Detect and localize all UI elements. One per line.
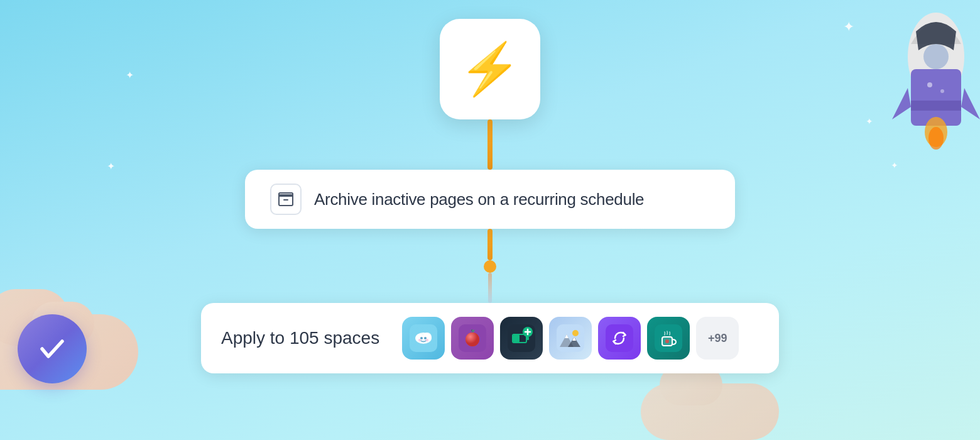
space-icon-mountain [549, 317, 592, 360]
archive-icon [277, 190, 295, 208]
coffee-app-svg [655, 324, 682, 352]
rocket-icon [848, 0, 980, 258]
space-icon-battery [500, 317, 543, 360]
sparkle-5: ✦ [891, 160, 898, 170]
svg-point-36 [665, 339, 669, 343]
svg-point-6 [927, 82, 932, 87]
archive-card-text: Archive inactive pages on a recurring sc… [314, 190, 644, 209]
lightning-card: ⚡ [440, 19, 540, 119]
space-icon-cloud [402, 317, 445, 360]
svg-point-14 [420, 337, 423, 339]
svg-rect-3 [911, 101, 961, 111]
svg-point-27 [572, 330, 579, 336]
connector-line-lower [488, 273, 492, 303]
svg-rect-26 [557, 324, 584, 352]
svg-rect-32 [606, 324, 633, 352]
svg-point-7 [940, 89, 944, 93]
cloud-app-svg [410, 324, 437, 352]
background-cloud-right [641, 383, 779, 440]
connector-line-mid [487, 229, 493, 260]
sparkle-4: ✦ [107, 160, 115, 172]
archive-icon-box [270, 184, 302, 215]
check-circle [18, 314, 87, 383]
space-icon-tomato [451, 317, 494, 360]
svg-point-5 [928, 127, 944, 150]
svg-rect-24 [513, 335, 520, 342]
space-icon-coffee [647, 317, 690, 360]
space-icons-list: +99 [402, 317, 739, 360]
main-content: ⚡ Archive inactive pages on a recurring … [220, 19, 760, 373]
svg-point-16 [418, 339, 421, 341]
sparkle-3: ✦ [866, 116, 873, 126]
space-icon-shift [598, 317, 641, 360]
svg-rect-23 [526, 337, 529, 340]
rocket-decoration [842, 0, 980, 264]
connector-top [487, 119, 493, 170]
svg-point-1 [923, 44, 949, 69]
sparkle-2: ✦ [126, 69, 134, 81]
mountain-app-svg [557, 324, 584, 352]
sparkle-1: ✦ [843, 19, 854, 35]
checkmark-icon [35, 331, 70, 366]
connector-middle [484, 229, 496, 303]
lightning-icon: ⚡ [459, 44, 521, 94]
connector-dot [484, 260, 496, 273]
svg-point-15 [424, 337, 427, 339]
battery-app-svg [508, 324, 535, 352]
apply-card[interactable]: Apply to 105 spaces [201, 303, 779, 373]
svg-point-20 [466, 333, 479, 346]
tomato-app-svg [459, 324, 486, 352]
space-icon-plus-count: +99 [696, 317, 739, 360]
archive-card: Archive inactive pages on a recurring sc… [245, 170, 735, 229]
svg-point-17 [426, 339, 428, 341]
shift-app-svg [606, 324, 633, 352]
apply-card-text: Apply to 105 spaces [221, 328, 379, 348]
